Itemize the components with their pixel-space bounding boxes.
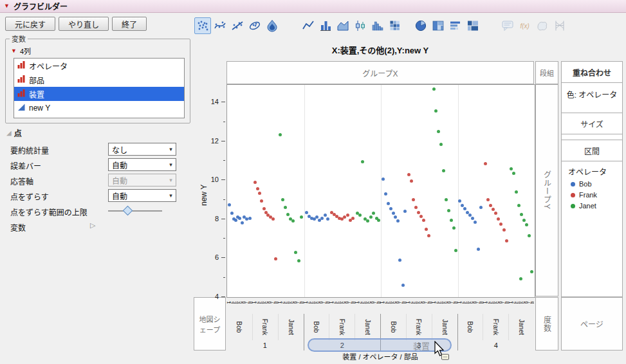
data-point-Bob[interactable]	[474, 221, 477, 224]
data-point-Janet[interactable]	[447, 209, 450, 212]
data-point-Janet[interactable]	[437, 130, 440, 133]
data-point-Bob[interactable]	[471, 217, 474, 220]
data-point-Janet[interactable]	[377, 219, 380, 222]
data-point-Janet[interactable]	[372, 212, 375, 215]
color-role-label[interactable]: 色: オペレータ	[562, 89, 622, 100]
data-point-Frank[interactable]	[419, 215, 423, 218]
histogram-icon[interactable]	[369, 17, 386, 34]
data-point-Frank[interactable]	[499, 223, 502, 226]
data-point-Bob[interactable]	[326, 217, 329, 221]
data-point-Frank[interactable]	[260, 199, 263, 203]
data-point-Frank[interactable]	[258, 192, 261, 195]
column-list[interactable]: オペレータ部品装置new Y	[14, 58, 185, 118]
page-drop-zone[interactable]: ページ	[561, 297, 623, 350]
data-point-Janet[interactable]	[445, 198, 448, 201]
scatter-plot-area[interactable]	[226, 84, 535, 298]
data-point-Frank[interactable]	[412, 198, 415, 201]
data-point-Frank[interactable]	[410, 179, 413, 183]
data-point-Frank[interactable]	[494, 212, 497, 215]
data-point-Frank[interactable]	[262, 207, 266, 210]
points-icon[interactable]	[194, 17, 211, 34]
size-drop-zone[interactable]: サイズ	[561, 113, 623, 134]
data-point-Bob[interactable]	[382, 177, 385, 181]
data-point-Frank[interactable]	[274, 257, 277, 260]
data-point-Janet[interactable]	[294, 251, 297, 254]
data-point-Frank[interactable]	[492, 208, 495, 211]
x-axis-title[interactable]: 装置 / オペレータ / 部品	[226, 351, 534, 361]
data-point-Janet[interactable]	[515, 190, 518, 194]
area-icon[interactable]	[335, 17, 351, 34]
bar-icon[interactable]	[317, 17, 334, 34]
columns-menu-icon[interactable]: ▼	[11, 48, 17, 54]
data-point-Janet[interactable]	[300, 215, 303, 219]
heatmap-icon[interactable]	[387, 17, 403, 34]
box-plot-icon[interactable]	[352, 17, 369, 34]
data-point-Bob[interactable]	[384, 192, 387, 196]
ellipse-icon[interactable]	[246, 17, 263, 34]
column-item-オペレータ[interactable]: オペレータ	[14, 59, 184, 73]
data-point-Janet[interactable]	[434, 109, 437, 113]
data-point-Janet[interactable]	[439, 143, 443, 146]
undo-button[interactable]: 元に戻す	[5, 17, 55, 31]
line-icon[interactable]	[300, 17, 317, 34]
section-disclosure-icon[interactable]: ◢	[6, 129, 12, 136]
outline-disclosure-icon[interactable]: ▼	[4, 3, 10, 9]
data-point-Frank[interactable]	[505, 239, 508, 242]
data-point-Frank[interactable]	[502, 228, 506, 232]
data-point-Bob[interactable]	[387, 202, 390, 205]
jitter-limit-slider[interactable]	[108, 206, 162, 216]
column-item-部品[interactable]: 部品	[14, 73, 184, 87]
packed-bars-icon[interactable]	[447, 17, 464, 34]
data-point-Bob[interactable]	[396, 219, 400, 223]
data-point-Bob[interactable]	[477, 248, 480, 251]
data-point-Janet[interactable]	[510, 167, 513, 170]
data-point-Bob[interactable]	[401, 284, 405, 287]
treemap-icon[interactable]	[430, 17, 446, 34]
legend-item-Janet[interactable]: Janet	[571, 202, 596, 210]
pie-icon[interactable]	[412, 17, 429, 34]
variables-disclosure-icon[interactable]: ▷	[90, 221, 95, 230]
mosaic-icon[interactable]	[465, 17, 481, 34]
data-point-Bob[interactable]	[320, 217, 324, 220]
点をずらす-dropdown[interactable]: 自動▾	[108, 189, 176, 202]
data-point-Janet[interactable]	[281, 198, 284, 201]
group-y-drop-zone[interactable]: グループY	[535, 84, 558, 296]
y-axis-title[interactable]: new Y	[199, 185, 208, 206]
data-point-Bob[interactable]	[458, 199, 461, 203]
data-point-Bob[interactable]	[479, 206, 483, 209]
data-point-Bob[interactable]	[389, 207, 392, 210]
data-point-Janet[interactable]	[517, 204, 520, 207]
data-point-Frank[interactable]	[427, 234, 430, 237]
data-point-Frank[interactable]	[343, 215, 346, 219]
line-of-fit-icon[interactable]	[229, 17, 246, 34]
data-point-Janet[interactable]	[432, 87, 436, 91]
points-section-header[interactable]: ◢ 点	[6, 127, 193, 138]
data-point-Frank[interactable]	[351, 217, 354, 220]
freq-drop-zone[interactable]: 度数	[535, 297, 558, 350]
redo-button[interactable]: やり直し	[59, 17, 109, 31]
y-axis[interactable]: 468101214	[192, 84, 226, 298]
data-point-Bob[interactable]	[392, 212, 395, 215]
data-point-Frank[interactable]	[256, 187, 259, 190]
要約統計量-dropdown[interactable]: なし▾	[108, 143, 176, 156]
smoother-icon[interactable]	[212, 17, 228, 34]
data-point-Janet[interactable]	[279, 133, 282, 136]
data-point-Bob[interactable]	[398, 259, 401, 262]
data-point-Janet[interactable]	[519, 277, 522, 280]
data-point-Frank[interactable]	[407, 173, 410, 176]
data-point-Janet[interactable]	[291, 219, 295, 223]
data-point-Janet[interactable]	[528, 234, 531, 237]
data-point-Frank[interactable]	[489, 204, 492, 207]
data-point-Frank[interactable]	[484, 162, 487, 165]
data-point-Frank[interactable]	[414, 206, 418, 209]
interval-drop-zone[interactable]: 区間	[561, 140, 623, 161]
data-point-Janet[interactable]	[520, 213, 523, 216]
slider-thumb[interactable]	[123, 206, 133, 216]
data-point-Frank[interactable]	[422, 219, 425, 222]
data-point-Bob[interactable]	[248, 217, 252, 220]
data-point-Janet[interactable]	[452, 226, 456, 230]
data-point-Frank[interactable]	[346, 214, 349, 217]
data-point-Bob[interactable]	[228, 203, 231, 206]
columns-header[interactable]: ▼ 4列	[11, 46, 186, 56]
data-point-Janet[interactable]	[358, 214, 362, 217]
